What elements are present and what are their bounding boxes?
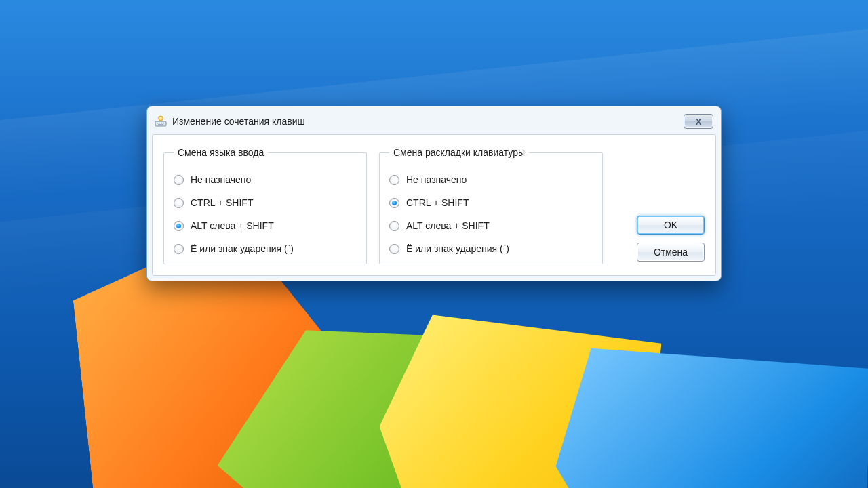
titlebar: Изменение сочетания клавиш X bbox=[152, 111, 716, 134]
radio-layout-grave[interactable]: Ё или знак ударения (`) bbox=[389, 243, 593, 254]
radio-icon bbox=[389, 198, 399, 208]
radio-label: CTRL + SHIFT bbox=[406, 197, 469, 208]
radio-icon bbox=[389, 244, 399, 254]
input-language-legend: Смена языка ввода bbox=[174, 147, 268, 158]
dialog-title: Изменение сочетания клавиш bbox=[172, 116, 678, 127]
svg-rect-5 bbox=[158, 124, 163, 125]
radio-label: Не назначено bbox=[191, 174, 251, 185]
dialog-button-column: OK Отмена bbox=[615, 147, 705, 264]
radio-input-lang-none[interactable]: Не назначено bbox=[174, 174, 357, 185]
radio-label: Ё или знак ударения (`) bbox=[191, 243, 294, 254]
radio-label: ALT слева + SHIFT bbox=[406, 220, 490, 231]
input-language-group: Смена языка ввода Не назначено CTRL + SH… bbox=[163, 147, 367, 264]
input-language-radio-list: Не назначено CTRL + SHIFT ALT слева + SH… bbox=[174, 174, 357, 254]
keyboard-layout-legend: Смена раскладки клавиатуры bbox=[389, 147, 529, 158]
svg-rect-2 bbox=[159, 123, 160, 123]
radio-icon bbox=[389, 175, 399, 185]
radio-input-lang-alt-shift[interactable]: ALT слева + SHIFT bbox=[174, 220, 357, 231]
radio-icon bbox=[174, 175, 184, 185]
radio-icon bbox=[174, 221, 184, 231]
keyboard-layout-icon bbox=[155, 115, 167, 127]
dialog-client-area: Смена языка ввода Не назначено CTRL + SH… bbox=[152, 134, 716, 276]
radio-input-lang-ctrl-shift[interactable]: CTRL + SHIFT bbox=[174, 197, 357, 208]
close-button[interactable]: X bbox=[684, 114, 713, 129]
close-icon: X bbox=[696, 117, 702, 127]
radio-input-lang-grave[interactable]: Ё или знак ударения (`) bbox=[174, 243, 357, 254]
svg-rect-0 bbox=[155, 121, 166, 126]
radio-label: Ё или знак ударения (`) bbox=[406, 243, 509, 254]
radio-label: ALT слева + SHIFT bbox=[191, 220, 274, 231]
cancel-button[interactable]: Отмена bbox=[637, 243, 705, 262]
svg-rect-1 bbox=[157, 123, 158, 123]
radio-label: CTRL + SHIFT bbox=[191, 197, 253, 208]
svg-rect-3 bbox=[161, 123, 162, 123]
radio-layout-none[interactable]: Не назначено bbox=[389, 174, 593, 185]
keyboard-layout-group: Смена раскладки клавиатуры Не назначено … bbox=[379, 147, 603, 264]
radio-layout-alt-shift[interactable]: ALT слева + SHIFT bbox=[389, 220, 593, 231]
radio-layout-ctrl-shift[interactable]: CTRL + SHIFT bbox=[389, 197, 593, 208]
ok-button[interactable]: OK bbox=[637, 216, 705, 235]
radio-icon bbox=[174, 244, 184, 254]
svg-rect-4 bbox=[163, 123, 164, 123]
radio-label: Не назначено bbox=[406, 174, 467, 185]
change-key-sequence-dialog: Изменение сочетания клавиш X Смена языка… bbox=[146, 106, 722, 281]
keyboard-layout-radio-list: Не назначено CTRL + SHIFT ALT слева + SH… bbox=[389, 174, 593, 254]
svg-point-7 bbox=[159, 117, 162, 119]
radio-icon bbox=[389, 221, 399, 231]
radio-icon bbox=[174, 198, 184, 208]
